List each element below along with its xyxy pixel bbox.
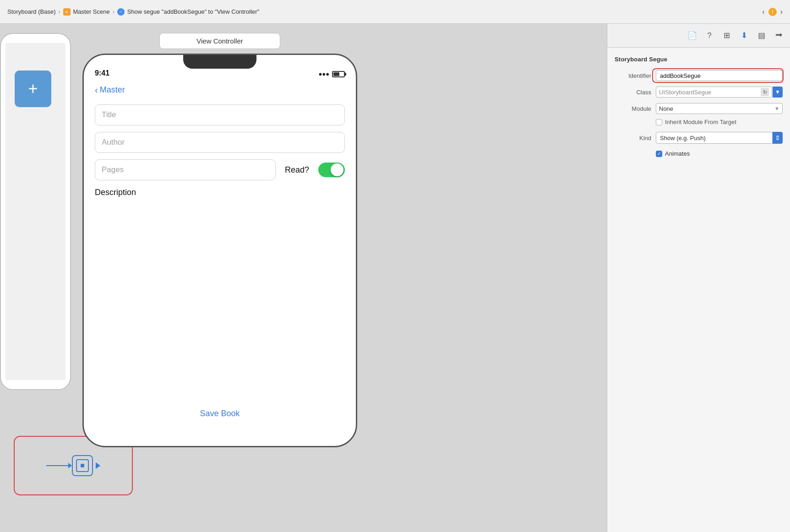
phone-left-screen: + — [5, 43, 65, 380]
title-placeholder: Title — [102, 110, 116, 119]
add-button[interactable]: + — [15, 71, 51, 107]
module-label: Module — [615, 105, 651, 112]
signal-icon: ●●● — [318, 71, 329, 77]
back-label: Master — [100, 85, 125, 95]
class-action-button[interactable]: ↻ — [761, 88, 769, 96]
class-input-wrap: UIStoryboardSegue ↻ — [656, 87, 772, 98]
kind-value: Show (e.g. Push) — [660, 135, 706, 141]
toggle-knob — [331, 163, 343, 176]
animates-row: ✓ Animates — [615, 150, 783, 157]
help-icon[interactable]: ? — [704, 30, 715, 41]
back-nav[interactable]: ‹ Master — [95, 85, 345, 95]
phone-status-right: ●●● — [318, 71, 345, 77]
pages-read-row: Pages Read? — [95, 159, 345, 180]
description-label: Description — [95, 188, 345, 197]
class-dropdown-button[interactable]: ▼ — [773, 87, 783, 98]
phone-left: + — [0, 33, 71, 390]
phone-main: 9:41 ●●● ‹ Master Title — [82, 54, 357, 447]
module-select[interactable]: None ▼ — [656, 103, 783, 114]
segue-box-inner — [76, 459, 89, 472]
main-area: + View Controller 9:41 — [0, 24, 790, 532]
animates-label: Animates — [665, 150, 690, 157]
kind-stepper-button[interactable]: ⇕ — [773, 132, 783, 144]
canvas-area: + View Controller 9:41 — [0, 24, 607, 532]
author-placeholder: Author — [102, 138, 125, 147]
module-chevron-icon: ▼ — [774, 106, 779, 111]
class-row: Class UIStoryboardSegue ↻ ▼ — [615, 87, 783, 98]
plus-icon: + — [28, 79, 38, 98]
identifier-label: Identifier — [615, 72, 651, 79]
nav-forward-icon[interactable]: › — [780, 8, 783, 16]
kind-row: Kind Show (e.g. Push) ⇕ — [615, 132, 783, 144]
view-controller-label: View Controller — [159, 33, 280, 49]
segue-inner — [46, 455, 100, 476]
segue-box-dot — [81, 464, 84, 467]
segue-box[interactable] — [72, 455, 93, 476]
breadcrumb-bar: Storyboard (Base) › ≡ Master Scene › ○ S… — [0, 0, 790, 24]
class-label: Class — [615, 89, 651, 96]
kind-label: Kind — [615, 135, 651, 141]
phone-time: 9:41 — [95, 69, 109, 77]
download-icon[interactable]: ⬇ — [739, 30, 750, 41]
file-icon[interactable]: 📄 — [686, 30, 697, 41]
animates-checkbox[interactable]: ✓ — [656, 151, 662, 157]
breadcrumb-scene: Master Scene — [73, 8, 110, 15]
grid-icon[interactable]: ⊞ — [721, 30, 732, 41]
save-book-button[interactable]: Save Book — [200, 409, 240, 418]
inspector-content: Storyboard Segue Identifier addBookSegue… — [607, 48, 790, 532]
segue-arrow-right — [96, 462, 100, 469]
module-row: Module None ▼ — [615, 103, 783, 114]
kind-select[interactable]: Show (e.g. Push) — [656, 132, 773, 144]
module-value: None — [659, 105, 673, 112]
back-chevron-icon: ‹ — [95, 85, 98, 95]
nav-arrows: ‹ ! › — [762, 8, 783, 16]
title-field[interactable]: Title — [95, 104, 345, 125]
inherit-checkbox[interactable] — [656, 119, 662, 125]
warning-icon: ! — [768, 8, 777, 16]
phone-main-wrapper: View Controller 9:41 ●●● ‹ Master — [82, 33, 357, 447]
battery-icon — [332, 71, 345, 77]
sidebar-icon[interactable]: ▤ — [756, 30, 767, 41]
segue-line-left — [46, 465, 69, 466]
phone-content: ‹ Master Title Author Pages Read? — [84, 80, 356, 446]
identifier-row: Identifier addBookSegue — [615, 70, 783, 81]
right-panel: 📄 ? ⊞ ⬇ ▤ ⮕ Storyboard Segue Identifier … — [607, 24, 790, 532]
forward-icon[interactable]: ⮕ — [774, 30, 785, 41]
inherit-label: Inherit Module From Target — [665, 119, 736, 125]
class-value: UIStoryboardSegue — [659, 89, 759, 96]
read-label: Read? — [285, 165, 309, 175]
nav-back-icon[interactable]: ‹ — [762, 8, 764, 16]
pages-field[interactable]: Pages — [95, 159, 276, 180]
pages-placeholder: Pages — [102, 165, 124, 174]
identifier-input[interactable]: addBookSegue — [656, 70, 783, 81]
breadcrumb-storyboard: Storyboard (Base) — [7, 8, 56, 15]
inherit-row: Inherit Module From Target — [615, 119, 783, 125]
phone-notch — [183, 55, 256, 69]
scene-icon: ≡ — [63, 8, 71, 16]
breadcrumb-sep-1: › — [59, 9, 60, 15]
read-toggle[interactable] — [318, 163, 345, 177]
breadcrumb-segue: Show segue "addBookSegue" to "View Contr… — [127, 8, 260, 15]
right-toolbar: 📄 ? ⊞ ⬇ ▤ ⮕ — [607, 24, 790, 48]
battery-fill — [333, 72, 339, 76]
inspector-title: Storyboard Segue — [615, 56, 783, 63]
breadcrumb-sep-2: › — [113, 9, 114, 15]
segue-icon: ○ — [117, 8, 125, 16]
author-field[interactable]: Author — [95, 132, 345, 153]
